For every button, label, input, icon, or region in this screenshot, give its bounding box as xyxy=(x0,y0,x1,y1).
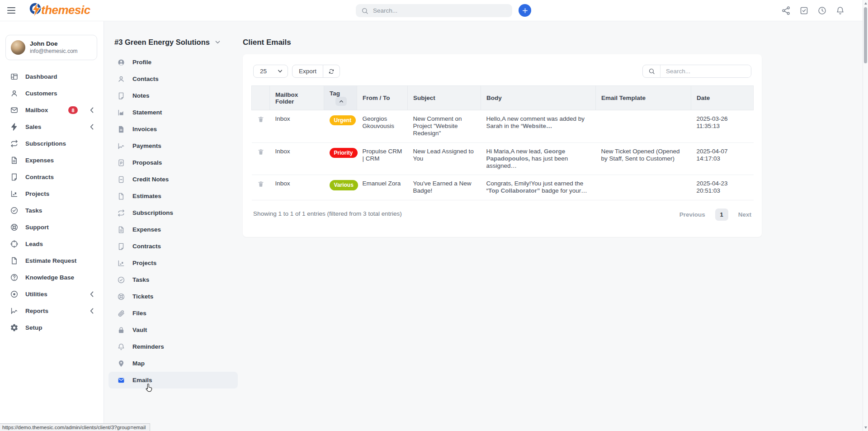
client-menu-item-payments[interactable]: Payments xyxy=(108,137,238,154)
line-chart-icon xyxy=(117,142,125,150)
app-logo[interactable]: themesic xyxy=(28,2,90,18)
delete-email-button[interactable] xyxy=(257,148,264,156)
column-header-label: Body xyxy=(486,95,502,101)
cell-actions xyxy=(252,142,270,175)
sidebar-item-leads[interactable]: Leads xyxy=(0,236,104,252)
column-header-tag[interactable]: Tag xyxy=(324,86,357,110)
client-menu-item-notes[interactable]: Notes xyxy=(108,87,238,104)
sidebar-item-knowledge-base[interactable]: Knowledge Base xyxy=(0,269,104,286)
client-menu-item-label: Tickets xyxy=(132,293,153,300)
sidebar-item-utilities[interactable]: Utilities xyxy=(0,286,104,303)
sidebar-item-label: Support xyxy=(25,224,49,231)
client-menu-item-projects[interactable]: Projects xyxy=(108,255,238,271)
sidebar-item-customers[interactable]: Customers xyxy=(0,85,104,102)
column-header-body[interactable]: Body xyxy=(481,86,596,110)
check-square-icon[interactable] xyxy=(799,6,809,15)
email-row[interactable]: InboxPriorityPropulse CRM | CRMNew Lead … xyxy=(252,142,754,175)
tag-badge: Urgent xyxy=(330,115,356,125)
sidebar-item-sales[interactable]: Sales xyxy=(0,118,104,135)
client-menu-item-credit-notes[interactable]: Credit Notes xyxy=(108,171,238,188)
page-size-value: 25 xyxy=(260,68,267,75)
sidebar-item-projects[interactable]: Projects xyxy=(0,185,104,202)
client-menu-item-profile[interactable]: Profile xyxy=(108,54,238,71)
menu-icon[interactable] xyxy=(7,7,15,14)
column-header-email-template[interactable]: Email Template xyxy=(596,86,691,110)
cell-body: Hello,A new comment was added by Sarah i… xyxy=(481,110,596,143)
sidebar-item-mailbox[interactable]: Mailbox8 xyxy=(0,102,104,118)
share-icon[interactable] xyxy=(781,6,791,15)
chevron-left-icon xyxy=(88,307,96,315)
repeat-icon xyxy=(10,139,19,148)
user-card[interactable]: John Doe info@themesic.com xyxy=(5,35,97,60)
client-menu-item-files[interactable]: Files xyxy=(108,305,238,322)
column-header-select[interactable] xyxy=(252,86,270,110)
column-header-subject[interactable]: Subject xyxy=(408,86,481,110)
client-menu-item-tickets[interactable]: Tickets xyxy=(108,288,238,305)
client-menu-item-tasks[interactable]: Tasks xyxy=(108,271,238,288)
client-menu-item-estimates[interactable]: Estimates xyxy=(108,188,238,204)
client-menu-item-subscriptions[interactable]: Subscriptions xyxy=(108,204,238,221)
sidebar-item-setup[interactable]: Setup xyxy=(0,319,104,336)
clock-icon[interactable] xyxy=(817,6,827,15)
cell-from-to: Emanuel Zora xyxy=(357,175,408,200)
client-menu-item-label: Contacts xyxy=(132,76,159,82)
client-menu-item-map[interactable]: Map xyxy=(108,355,238,372)
client-selector[interactable]: #3 Green Energy Solutions xyxy=(114,38,243,47)
sidebar-item-expenses[interactable]: Expenses xyxy=(0,152,104,169)
table-search-input[interactable] xyxy=(660,65,751,77)
scrollbar-up-arrow[interactable] xyxy=(864,2,867,5)
emails-table: Mailbox FolderTagFrom / ToSubjectBodyEma… xyxy=(251,85,754,200)
chart-steps-icon xyxy=(10,189,19,198)
help-circle-icon xyxy=(10,273,19,282)
client-menu-item-statement[interactable]: Statement xyxy=(108,104,238,121)
refresh-button[interactable] xyxy=(323,65,340,77)
quick-add-button[interactable] xyxy=(519,4,531,17)
column-header-mailbox-folder[interactable]: Mailbox Folder xyxy=(270,86,324,110)
email-row[interactable]: InboxUrgentGeorgios GkouvousisNew Commen… xyxy=(252,110,754,143)
logo-text: themesic xyxy=(41,3,90,17)
delete-email-button[interactable] xyxy=(257,116,264,124)
sidebar-item-dashboard[interactable]: Dashboard xyxy=(0,68,104,85)
cell-subject: New Lead Assigned to You xyxy=(408,142,481,175)
column-header-label: Mailbox Folder xyxy=(275,91,298,105)
next-page-button[interactable]: Next xyxy=(738,211,751,218)
gear-icon xyxy=(10,323,19,332)
global-search[interactable] xyxy=(356,4,512,17)
chevron-left-icon xyxy=(88,106,96,114)
column-header-label: Subject xyxy=(413,95,435,101)
search-icon-box xyxy=(643,65,660,77)
page-scrollbar[interactable] xyxy=(863,0,868,431)
page-size-select[interactable]: 25 xyxy=(253,65,288,78)
table-search[interactable] xyxy=(642,65,751,78)
paperclip-icon xyxy=(117,309,125,317)
sidebar-item-tasks[interactable]: Tasks xyxy=(0,202,104,219)
previous-page-button[interactable]: Previous xyxy=(679,211,705,218)
sidebar-item-estimate-request[interactable]: Estimate Request xyxy=(0,252,104,269)
email-row[interactable]: InboxVariousEmanuel ZoraYou've Earned a … xyxy=(252,175,754,200)
column-header-label: Tag xyxy=(330,90,340,97)
client-menu-item-proposals[interactable]: Proposals xyxy=(108,154,238,171)
global-search-input[interactable] xyxy=(373,7,507,14)
client-menu-item-expenses[interactable]: Expenses xyxy=(108,221,238,238)
client-menu-item-invoices[interactable]: Invoices xyxy=(108,121,238,137)
column-header-date[interactable]: Date xyxy=(691,86,754,110)
delete-email-button[interactable] xyxy=(257,180,264,189)
client-menu-item-vault[interactable]: Vault xyxy=(108,322,238,338)
client-menu-item-reminders[interactable]: Reminders xyxy=(108,338,238,355)
export-button[interactable]: Export xyxy=(292,65,323,77)
bell-icon[interactable] xyxy=(835,6,845,15)
page-number-1[interactable]: 1 xyxy=(715,208,728,221)
client-menu-item-contacts[interactable]: Contacts xyxy=(108,71,238,87)
sidebar-item-support[interactable]: Support xyxy=(0,219,104,236)
sidebar-item-subscriptions[interactable]: Subscriptions xyxy=(0,135,104,152)
client-menu-item-label: Reminders xyxy=(132,343,164,350)
plus-icon xyxy=(522,7,528,14)
column-header-from-to[interactable]: From / To xyxy=(357,86,408,110)
scrollbar-down-arrow[interactable] xyxy=(864,426,867,429)
sidebar-item-reports[interactable]: Reports xyxy=(0,303,104,319)
sort-asc-button[interactable] xyxy=(335,97,347,106)
sidebar-item-contracts[interactable]: Contracts xyxy=(0,169,104,185)
scrollbar-thumb[interactable] xyxy=(864,7,867,63)
client-menu-item-contracts[interactable]: Contracts xyxy=(108,238,238,255)
client-menu-item-emails[interactable]: Emails xyxy=(108,372,238,388)
